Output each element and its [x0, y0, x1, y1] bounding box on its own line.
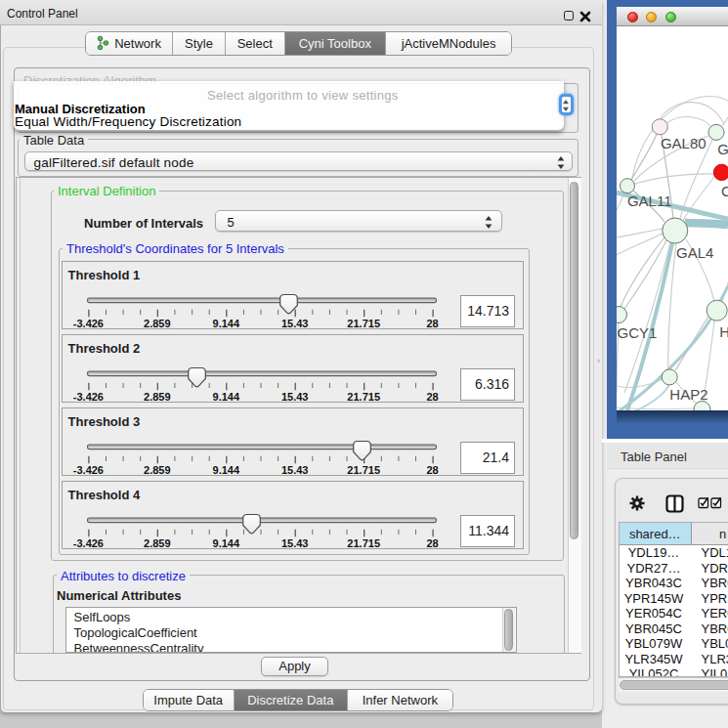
- svg-text:GAL4: GAL4: [676, 244, 713, 261]
- svg-text:GCY1: GCY1: [618, 324, 658, 341]
- svg-text:GAL11: GAL11: [627, 193, 672, 209]
- svg-text:GA: GA: [717, 141, 728, 157]
- svg-text:C: C: [721, 183, 728, 199]
- svg-text:GAL80: GAL80: [661, 135, 707, 151]
- svg-text:HAP2: HAP2: [669, 386, 707, 403]
- svg-text:H: H: [719, 323, 728, 340]
